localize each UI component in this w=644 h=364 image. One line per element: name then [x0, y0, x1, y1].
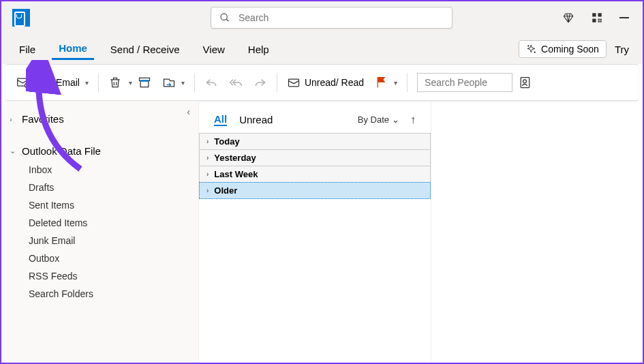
- reply-button[interactable]: [199, 73, 224, 92]
- svg-rect-12: [140, 81, 149, 87]
- message-list-pane: All Unread By Date ⌄ ↑ ›Today ›Yesterday…: [199, 101, 431, 363]
- premium-icon[interactable]: [562, 12, 574, 24]
- folder-inbox[interactable]: Inbox: [20, 161, 198, 179]
- chevron-right-icon: ›: [206, 170, 209, 178]
- folder-deleted-items[interactable]: Deleted Items: [20, 214, 198, 232]
- coming-soon-label: Coming Soon: [541, 44, 599, 55]
- group-label: Last Week: [214, 169, 258, 179]
- svg-rect-7: [598, 21, 600, 22]
- ribbon-tabs: File Home Send / Receive View Help Comin…: [1, 34, 643, 64]
- chevron-right-icon: ›: [10, 115, 19, 123]
- minimize-button[interactable]: [619, 17, 629, 18]
- data-file-label: Outlook Data File: [22, 145, 101, 157]
- new-email-icon: [16, 76, 30, 89]
- tab-file[interactable]: File: [12, 40, 42, 59]
- folder-junk-email[interactable]: Junk Email: [20, 232, 198, 249]
- svg-rect-14: [521, 78, 530, 88]
- favorites-section[interactable]: › Favorites: [1, 109, 198, 129]
- sparkle-icon: [526, 44, 537, 55]
- folder-sent-items[interactable]: Sent Items: [20, 196, 198, 214]
- envelope-icon: [287, 76, 301, 89]
- trash-icon: [108, 76, 122, 89]
- search-icon: [219, 12, 230, 23]
- sort-label: By Date: [358, 115, 389, 125]
- filter-bar: All Unread By Date ⌄ ↑: [199, 113, 431, 133]
- separator: [407, 73, 408, 92]
- reply-all-icon: [229, 76, 243, 89]
- group-last-week[interactable]: ›Last Week: [199, 166, 431, 182]
- svg-rect-2: [592, 13, 596, 16]
- tab-try[interactable]: Try: [612, 40, 632, 59]
- forward-icon: [254, 76, 267, 89]
- folder-list: Inbox Drafts Sent Items Deleted Items Ju…: [1, 161, 198, 303]
- tab-send-receive[interactable]: Send / Receive: [104, 40, 187, 59]
- svg-rect-5: [598, 19, 600, 20]
- tab-home[interactable]: Home: [52, 38, 94, 60]
- svg-point-15: [523, 80, 527, 83]
- delete-button[interactable]: [103, 73, 127, 92]
- folder-search-folders[interactable]: Search Folders: [20, 285, 198, 303]
- chevron-right-icon: ›: [206, 187, 209, 194]
- data-file-section[interactable]: ⌄ Outlook Data File: [1, 141, 198, 161]
- flag-button[interactable]: ▾: [369, 73, 403, 92]
- search-input[interactable]: [239, 12, 444, 23]
- group-today[interactable]: ›Today: [199, 133, 431, 149]
- folder-outbox[interactable]: Outbox: [20, 249, 198, 267]
- forward-button[interactable]: [248, 73, 273, 92]
- qr-icon[interactable]: [591, 12, 603, 24]
- archive-button[interactable]: [132, 73, 157, 92]
- address-book-button[interactable]: [512, 73, 537, 92]
- separator: [277, 73, 277, 92]
- group-yesterday[interactable]: ›Yesterday: [199, 149, 431, 166]
- flag-icon: [375, 76, 388, 89]
- search-box[interactable]: [211, 7, 453, 29]
- sort-by-button[interactable]: By Date ⌄ ↑: [358, 114, 416, 126]
- unread-read-label: Unread/ Read: [305, 77, 364, 88]
- svg-rect-3: [598, 13, 602, 16]
- svg-rect-13: [288, 79, 298, 87]
- move-button[interactable]: ▾: [157, 73, 190, 92]
- folder-drafts[interactable]: Drafts: [20, 179, 198, 196]
- group-label: Today: [214, 136, 239, 147]
- chevron-right-icon: ›: [206, 154, 209, 162]
- svg-line-1: [226, 19, 228, 21]
- svg-point-0: [221, 14, 227, 20]
- sort-direction-button[interactable]: ↑: [410, 114, 416, 126]
- svg-rect-6: [600, 19, 602, 20]
- group-label: Older: [214, 185, 237, 196]
- chevron-down-icon: ▾: [181, 79, 185, 87]
- group-older[interactable]: ›Older: [199, 182, 431, 199]
- ribbon-toolbar: New Email ▾ ▾ ▾ Unread/ Read ▾: [5, 64, 639, 101]
- folder-pane: ‹ › Favorites ⌄ Outlook Data File Inbox …: [1, 101, 199, 363]
- separator: [194, 73, 195, 92]
- filter-all[interactable]: All: [214, 113, 227, 126]
- chevron-down-icon: ⌄: [10, 147, 19, 155]
- unread-read-button[interactable]: Unread/ Read: [281, 73, 369, 92]
- tab-view[interactable]: View: [196, 40, 232, 59]
- folder-rss-feeds[interactable]: RSS Feeds: [20, 267, 198, 285]
- chevron-down-icon: ▾: [394, 79, 397, 87]
- group-label: Yesterday: [214, 153, 256, 163]
- svg-rect-8: [600, 21, 602, 22]
- collapse-pane-button[interactable]: ‹: [187, 106, 190, 117]
- search-people-input[interactable]: [417, 73, 512, 92]
- coming-soon-button[interactable]: Coming Soon: [519, 40, 607, 58]
- outlook-logo-icon: [12, 9, 30, 27]
- separator: [98, 73, 99, 92]
- tab-help[interactable]: Help: [241, 40, 276, 59]
- reply-icon: [204, 76, 218, 89]
- content-area: ‹ › Favorites ⌄ Outlook Data File Inbox …: [1, 101, 643, 363]
- title-bar: [1, 1, 643, 34]
- new-email-label: New Email: [34, 77, 80, 88]
- chevron-down-icon[interactable]: ▾: [85, 79, 89, 87]
- chevron-right-icon: ›: [206, 138, 209, 145]
- filter-unread[interactable]: Unread: [239, 114, 273, 125]
- address-book-icon: [518, 76, 532, 89]
- new-email-button[interactable]: New Email ▾: [11, 73, 94, 92]
- reply-all-button[interactable]: [224, 73, 248, 92]
- archive-icon: [138, 76, 151, 89]
- favorites-label: Favorites: [22, 113, 64, 125]
- reading-pane: [431, 101, 643, 363]
- move-icon: [162, 76, 176, 89]
- svg-rect-4: [592, 19, 596, 22]
